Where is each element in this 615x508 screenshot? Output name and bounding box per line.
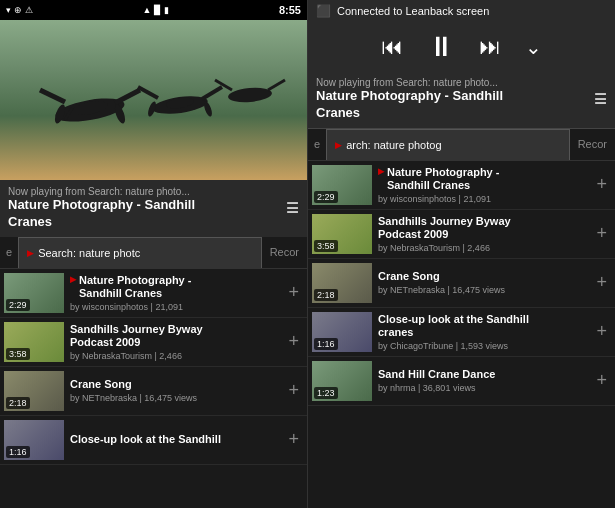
svg-line-15 <box>268 80 285 90</box>
svg-point-13 <box>227 86 272 104</box>
wifi-icon: ▾ <box>6 5 11 15</box>
now-playing-title: Nature Photography - SandhillCranes ☰ <box>8 197 299 231</box>
prev-button[interactable]: ⏮ <box>381 34 403 60</box>
expand-button[interactable]: ⌄ <box>525 35 542 59</box>
list-item[interactable]: 1:16Close-up look at the Sandhillcranesb… <box>308 308 615 357</box>
android-icon: ⊕ <box>14 5 22 15</box>
video-info: Sandhills Journey BywayPodcast 2009by Ne… <box>378 215 586 253</box>
right-tab-right-partial: Recor <box>570 129 615 160</box>
video-thumbnail: 2:18 <box>312 263 372 303</box>
left-video-list[interactable]: 2:29▶Nature Photography -Sandhill Cranes… <box>0 269 307 508</box>
video-duration: 1:16 <box>314 338 338 350</box>
add-to-queue-button[interactable]: + <box>284 278 303 307</box>
right-status-icons: ▲ ▉ ▮ <box>143 5 170 15</box>
add-to-queue-button[interactable]: + <box>592 170 611 199</box>
now-playing-bar: Now playing from Search: nature photo...… <box>0 180 307 237</box>
video-thumbnail: 3:58 <box>4 322 64 362</box>
video-title-text: Nature Photography -Sandhill Cranes <box>387 166 499 192</box>
list-item[interactable]: 1:16Close-up look at the Sandhill+ <box>0 416 307 465</box>
list-item[interactable]: 2:29▶Nature Photography -Sandhill Cranes… <box>0 269 307 318</box>
svg-line-3 <box>115 90 140 103</box>
cast-label: Connected to Leanback screen <box>337 5 489 17</box>
video-info: Sandhills Journey BywayPodcast 2009by Ne… <box>70 323 278 361</box>
next-button[interactable]: ⏭ <box>479 34 501 60</box>
video-meta: by ChicagoTribune | 1,593 views <box>378 341 586 351</box>
cast-bar: ⬛ Connected to Leanback screen <box>308 0 615 22</box>
video-meta: by NebraskaTourism | 2,466 <box>378 243 586 253</box>
video-duration: 1:16 <box>6 446 30 458</box>
video-info: Sand Hill Crane Danceby nhrma | 36,801 v… <box>378 368 586 393</box>
now-playing-from-label: Now playing from Search: nature photo... <box>8 186 299 197</box>
right-search-tab-active[interactable]: ▶ arch: nature photog <box>326 129 570 160</box>
video-meta: by NETnebraska | 16,475 views <box>378 285 586 295</box>
list-item[interactable]: 2:18Crane Songby NETnebraska | 16,475 vi… <box>0 367 307 416</box>
video-title: Sandhills Journey BywayPodcast 2009 <box>70 323 278 349</box>
status-bar: ▾ ⊕ ⚠ ▲ ▉ ▮ 8:55 <box>0 0 307 20</box>
video-title: Crane Song <box>70 378 278 391</box>
video-info: Close-up look at the Sandhillcranesby Ch… <box>378 313 586 351</box>
search-tab-active[interactable]: ▶ Search: nature photc <box>18 237 262 268</box>
video-thumbnail: 1:16 <box>312 312 372 352</box>
right-search-tabs-row: e ▶ arch: nature photog Recor <box>308 129 615 161</box>
video-info: Close-up look at the Sandhill <box>70 433 278 446</box>
video-meta: by wisconsinphotos | 21,091 <box>70 302 278 312</box>
list-item[interactable]: 2:29▶Nature Photography -Sandhill Cranes… <box>308 161 615 210</box>
right-tab-red-play-icon: ▶ <box>335 140 342 150</box>
video-meta: by NebraskaTourism | 2,466 <box>70 351 278 361</box>
tab-red-play-icon: ▶ <box>27 248 34 258</box>
list-item[interactable]: 2:18Crane Songby NETnebraska | 16,475 vi… <box>308 259 615 308</box>
right-now-playing-title-text: Nature Photography - SandhillCranes <box>316 88 503 122</box>
list-item[interactable]: 1:23Sand Hill Crane Danceby nhrma | 36,8… <box>308 357 615 406</box>
video-info: Crane Songby NETnebraska | 16,475 views <box>378 270 586 295</box>
video-meta: by nhrma | 36,801 views <box>378 383 586 393</box>
alert-icon: ⚠ <box>25 5 33 15</box>
now-playing-title-text: Nature Photography - SandhillCranes <box>8 197 195 231</box>
red-play-icon: ▶ <box>378 167 384 177</box>
add-to-queue-button[interactable]: + <box>284 376 303 405</box>
video-title: Sand Hill Crane Dance <box>378 368 586 381</box>
video-title-text: Close-up look at the Sandhillcranes <box>378 313 529 339</box>
video-title-text: Crane Song <box>70 378 132 391</box>
playlist-icon[interactable]: ☰ <box>286 199 299 217</box>
signal-icon: ▲ <box>143 5 152 15</box>
video-duration: 1:23 <box>314 387 338 399</box>
add-to-queue-button[interactable]: + <box>592 268 611 297</box>
hero-image <box>0 20 308 180</box>
video-title-text: Close-up look at the Sandhill <box>70 433 221 446</box>
video-title-text: Nature Photography -Sandhill Cranes <box>79 274 191 300</box>
left-panel: ▾ ⊕ ⚠ ▲ ▉ ▮ 8:55 <box>0 0 308 508</box>
video-thumbnail: 3:58 <box>312 214 372 254</box>
right-playlist-icon[interactable]: ☰ <box>594 90 607 108</box>
right-now-playing-bar: Now playing from Search: nature photo...… <box>308 71 615 129</box>
add-to-queue-button[interactable]: + <box>284 327 303 356</box>
video-info: ▶Nature Photography -Sandhill Cranesby w… <box>378 166 586 204</box>
right-now-playing-title: Nature Photography - SandhillCranes ☰ <box>316 88 607 122</box>
video-title-text: Crane Song <box>378 270 440 283</box>
add-to-queue-button[interactable]: + <box>592 317 611 346</box>
list-item[interactable]: 3:58Sandhills Journey BywayPodcast 2009b… <box>308 210 615 259</box>
video-title: ▶Nature Photography -Sandhill Cranes <box>378 166 586 192</box>
right-video-list[interactable]: 2:29▶Nature Photography -Sandhill Cranes… <box>308 161 615 508</box>
search-tab-label: Search: nature photc <box>38 247 140 259</box>
svg-line-10 <box>202 87 222 99</box>
add-to-queue-button[interactable]: + <box>592 366 611 395</box>
add-to-queue-button[interactable]: + <box>284 425 303 454</box>
tab-left-partial: e <box>0 237 18 268</box>
video-title: Crane Song <box>378 270 586 283</box>
video-duration: 3:58 <box>6 348 30 360</box>
video-thumbnail: 2:18 <box>4 371 64 411</box>
svg-line-2 <box>40 90 65 102</box>
video-duration: 2:18 <box>6 397 30 409</box>
right-search-tab-label: arch: nature photog <box>346 139 441 151</box>
svg-line-9 <box>138 87 158 98</box>
video-duration: 3:58 <box>314 240 338 252</box>
search-tabs-row: e ▶ Search: nature photc Recor <box>0 237 307 269</box>
video-thumbnail: 1:16 <box>4 420 64 460</box>
video-title: Sandhills Journey BywayPodcast 2009 <box>378 215 586 241</box>
pause-button[interactable]: ⏸ <box>427 30 455 63</box>
list-item[interactable]: 3:58Sandhills Journey BywayPodcast 2009b… <box>0 318 307 367</box>
red-play-icon: ▶ <box>70 275 76 285</box>
video-title-text: Sandhills Journey BywayPodcast 2009 <box>70 323 203 349</box>
video-duration: 2:29 <box>314 191 338 203</box>
add-to-queue-button[interactable]: + <box>592 219 611 248</box>
